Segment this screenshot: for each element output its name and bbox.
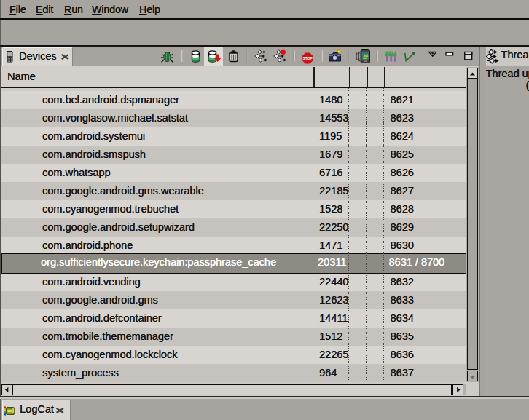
svg-text:STOP: STOP <box>303 57 313 60</box>
